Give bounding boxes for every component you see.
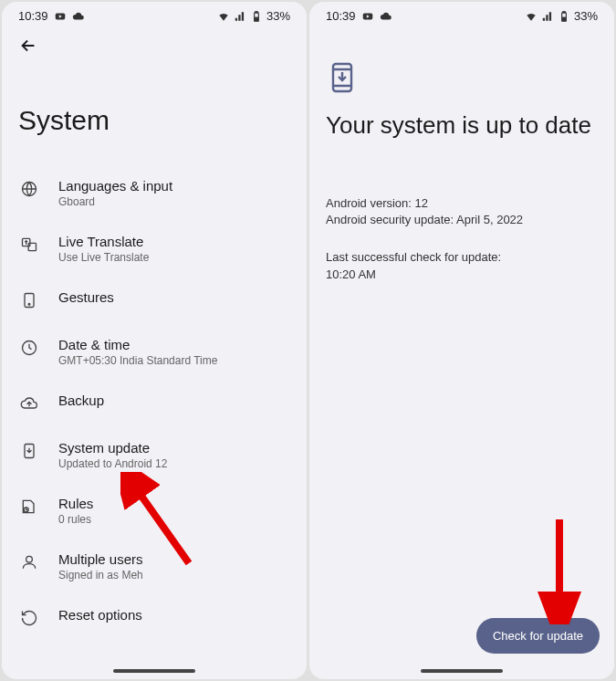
list-title: Gestures xyxy=(58,289,114,305)
item-system-update[interactable]: System update Updated to Android 12 xyxy=(18,427,290,483)
phone-left: 10:39 33% System xyxy=(2,2,307,679)
last-check-time: 10:20 AM xyxy=(326,267,598,284)
list-sub: 0 rules xyxy=(58,513,93,526)
wifi-icon xyxy=(217,10,230,23)
signal-icon xyxy=(234,10,246,23)
item-multiple-users[interactable]: Multiple users Signed in as Meh xyxy=(18,539,290,594)
item-date-time[interactable]: Date & time GMT+05:30 India Standard Tim… xyxy=(18,324,290,380)
item-backup[interactable]: Backup xyxy=(18,380,290,427)
last-check-info: Last successful check for update: 10:20 … xyxy=(326,249,598,284)
list-title: Multiple users xyxy=(58,551,143,567)
version-info: Android version: 12 Android security upd… xyxy=(326,195,598,230)
svg-rect-18 xyxy=(563,11,565,12)
svg-rect-19 xyxy=(562,17,566,21)
list-title: Languages & input xyxy=(58,178,172,194)
user-icon xyxy=(18,551,40,573)
battery-icon xyxy=(250,10,263,23)
svg-point-9 xyxy=(28,303,30,305)
svg-rect-3 xyxy=(256,11,257,12)
update-title: Your system is up to date xyxy=(326,110,598,141)
status-bar: 10:39 33% xyxy=(309,2,614,26)
item-reset[interactable]: Reset options xyxy=(18,594,290,642)
status-time: 10:39 xyxy=(326,9,356,23)
youtube-icon xyxy=(54,10,67,23)
svg-point-13 xyxy=(26,556,33,562)
cloud-upload-icon xyxy=(18,393,40,414)
last-check-label: Last successful check for update: xyxy=(326,249,598,267)
list-sub: Updated to Android 12 xyxy=(58,457,167,470)
security-update: Android security update: April 5, 2022 xyxy=(326,212,598,229)
check-update-button[interactable]: Check for update xyxy=(476,618,600,654)
download-device-icon xyxy=(326,61,359,94)
nav-bar[interactable] xyxy=(2,663,307,679)
battery-icon xyxy=(558,10,570,23)
nav-bar[interactable] xyxy=(309,663,614,679)
list-sub: GMT+05:30 India Standard Time xyxy=(58,354,217,367)
cloud-icon xyxy=(380,10,392,23)
list-title: Date & time xyxy=(58,337,217,352)
android-version: Android version: 12 xyxy=(326,195,598,213)
status-battery: 33% xyxy=(266,9,290,23)
item-languages[interactable]: Languages & input Gboard xyxy=(18,165,290,221)
cloud-icon xyxy=(72,10,85,23)
back-button[interactable] xyxy=(18,43,38,58)
status-battery: 33% xyxy=(574,9,598,23)
globe-icon xyxy=(18,178,40,200)
list-title: Live Translate xyxy=(58,234,149,249)
item-live-translate[interactable]: Live Translate Use Live Translate xyxy=(18,221,290,277)
reset-icon xyxy=(18,607,40,629)
item-gestures[interactable]: Gestures xyxy=(18,277,290,324)
system-update-icon xyxy=(18,440,40,462)
list-sub: Gboard xyxy=(58,195,172,208)
page-title: System xyxy=(18,105,290,136)
translate-icon xyxy=(18,234,40,256)
list-title: Reset options xyxy=(58,607,142,623)
list-title: Rules xyxy=(58,496,93,511)
wifi-icon xyxy=(525,10,538,23)
list-title: System update xyxy=(58,440,167,456)
list-sub: Signed in as Meh xyxy=(58,569,143,581)
phone-right: 10:39 33% xyxy=(309,2,614,679)
item-rules[interactable]: Rules 0 rules xyxy=(18,483,290,539)
signal-icon xyxy=(541,10,554,23)
clock-icon xyxy=(18,337,40,359)
list-title: Backup xyxy=(58,393,104,408)
youtube-icon xyxy=(361,10,374,23)
gestures-icon xyxy=(18,289,40,311)
status-time: 10:39 xyxy=(18,9,48,23)
svg-rect-4 xyxy=(255,17,258,21)
status-bar: 10:39 33% xyxy=(2,2,307,26)
list-sub: Use Live Translate xyxy=(58,251,149,264)
rules-icon xyxy=(18,496,40,518)
